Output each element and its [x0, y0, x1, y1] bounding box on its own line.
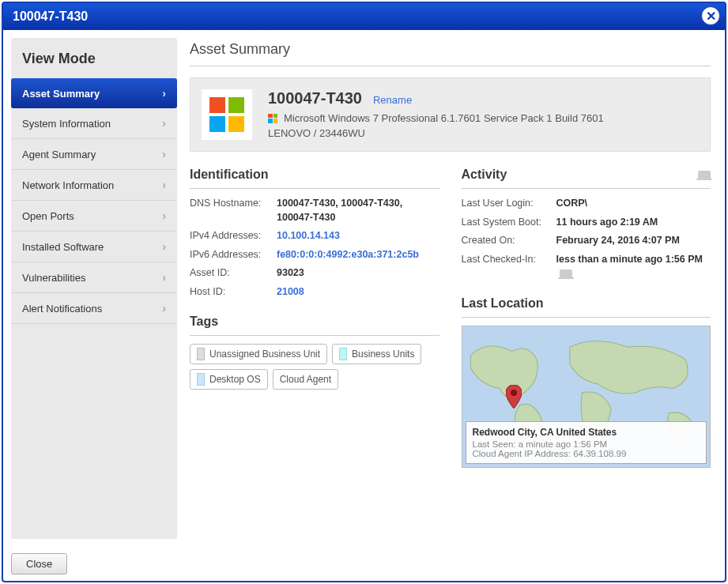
- ipv4-label: IPv4 Addresses:: [190, 229, 277, 243]
- ipv6-label: IPv6 Addresses:: [190, 248, 277, 262]
- checked-in-text: less than a minute ago 1:56 PM: [556, 254, 703, 265]
- os-logo: [202, 89, 252, 140]
- asset-name: 100047-T430: [268, 89, 362, 107]
- title-bar: 100047-T430 ✕: [3, 3, 725, 30]
- rename-link[interactable]: Rename: [373, 94, 412, 106]
- sidebar-item-agent-summary[interactable]: Agent Summary›: [11, 139, 177, 170]
- chevron-right-icon: ›: [162, 148, 166, 160]
- map-pin-icon: [506, 385, 522, 411]
- laptop-icon: [560, 269, 572, 277]
- sidebar-item-system-information[interactable]: System Information›: [11, 108, 177, 139]
- ipv6-value[interactable]: fe80:0:0:0:4992:e30a:371:2c5b: [277, 248, 419, 262]
- tag-desktop-os[interactable]: Desktop OS: [190, 369, 268, 390]
- last-boot-value: 11 hours ago 2:19 AM: [556, 216, 658, 230]
- tag-label: Business Units: [352, 349, 414, 360]
- sidebar-item-label: Installed Software: [22, 241, 104, 253]
- tag-swatch-icon: [197, 373, 205, 386]
- sidebar-item-open-ports[interactable]: Open Ports›: [11, 201, 177, 232]
- sidebar-item-label: Vulnerabilities: [22, 272, 85, 284]
- last-location-section: Last Location: [462, 296, 711, 468]
- chevron-right-icon: ›: [162, 271, 166, 284]
- dns-hostname-value: 100047-T430, 100047-T430, 100047-T430: [277, 197, 439, 224]
- tag-label: Desktop OS: [209, 374, 261, 385]
- page-title: Asset Summary: [190, 41, 711, 66]
- tag-swatch-icon: [197, 348, 205, 360]
- asset-header-details: 100047-T430 Rename Microsoft Windows 7 P…: [268, 89, 699, 139]
- activity-title-text: Activity: [462, 168, 507, 182]
- sidebar-item-label: System Information: [22, 118, 111, 130]
- sidebar-item-label: Agent Summary: [22, 149, 96, 160]
- asset-header: 100047-T430 Rename Microsoft Windows 7 P…: [190, 77, 711, 152]
- os-name: Microsoft Windows 7 Professional 6.1.760…: [284, 112, 604, 124]
- sidebar-item-alert-notifications[interactable]: Alert Notifications›: [11, 293, 177, 324]
- dialog-body: View Mode Asset Summary› System Informat…: [3, 30, 725, 547]
- tag-unassigned-business-unit[interactable]: Unassigned Business Unit: [190, 344, 327, 364]
- tags-section: Tags Unassigned Business Unit Business U…: [190, 315, 439, 390]
- chevron-right-icon: ›: [162, 87, 166, 100]
- host-id-value[interactable]: 21008: [277, 285, 304, 300]
- chevron-right-icon: ›: [162, 240, 166, 253]
- dns-hostname-label: DNS Hostname:: [190, 197, 277, 224]
- windows-icon: [268, 114, 277, 123]
- last-boot-label: Last System Boot:: [462, 216, 556, 230]
- last-login-label: Last User Login:: [462, 197, 556, 211]
- ipv4-value[interactable]: 10.100.14.143: [277, 229, 340, 243]
- sidebar-title: View Mode: [11, 46, 177, 78]
- map-location-name: Redwood City, CA United States: [473, 427, 700, 438]
- last-location-title: Last Location: [462, 296, 711, 318]
- dialog-footer: Close: [3, 547, 725, 581]
- chevron-right-icon: ›: [162, 117, 166, 130]
- tag-swatch-icon: [339, 348, 347, 360]
- asset-id-value: 93023: [277, 266, 304, 281]
- sidebar-item-network-information[interactable]: Network Information›: [11, 170, 177, 201]
- title-bar-text: 100047-T430: [13, 9, 88, 23]
- tag-list: Unassigned Business Unit Business Units …: [190, 344, 439, 390]
- close-button[interactable]: Close: [11, 553, 67, 575]
- map-tooltip: Redwood City, CA United States Last Seen…: [466, 421, 707, 464]
- sidebar-item-label: Network Information: [22, 179, 114, 191]
- checked-in-value: less than a minute ago 1:56 PM: [556, 253, 711, 281]
- tag-business-units[interactable]: Business Units: [332, 344, 421, 364]
- laptop-icon: [698, 171, 711, 179]
- sidebar: View Mode Asset Summary› System Informat…: [11, 38, 177, 539]
- chevron-right-icon: ›: [162, 302, 166, 315]
- tags-title: Tags: [190, 315, 439, 336]
- details-columns: Identification DNS Hostname:100047-T430,…: [190, 168, 711, 468]
- chevron-right-icon: ›: [162, 209, 166, 222]
- sidebar-item-label: Asset Summary: [22, 88, 100, 100]
- map-ip: Cloud Agent IP Address: 64.39.108.99: [473, 449, 700, 458]
- sidebar-item-installed-software[interactable]: Installed Software›: [11, 232, 177, 262]
- created-on-label: Created On:: [462, 234, 556, 248]
- sidebar-item-asset-summary[interactable]: Asset Summary›: [11, 78, 177, 108]
- identification-column: Identification DNS Hostname:100047-T430,…: [190, 168, 439, 468]
- windows-icon: [209, 97, 244, 132]
- checked-in-label: Last Checked-In:: [462, 253, 556, 281]
- created-on-value: February 24, 2016 4:07 PM: [556, 234, 680, 248]
- map-last-seen: Last Seen: a minute ago 1:56 PM: [473, 439, 700, 449]
- close-icon[interactable]: ✕: [701, 6, 720, 25]
- activity-title: Activity: [462, 168, 711, 189]
- asset-id-label: Asset ID:: [190, 266, 277, 281]
- sidebar-item-label: Alert Notifications: [22, 303, 102, 315]
- svg-point-1: [511, 390, 517, 396]
- tag-cloud-agent[interactable]: Cloud Agent: [273, 369, 338, 390]
- tag-label: Unassigned Business Unit: [209, 349, 320, 360]
- main-content: Asset Summary 100047-T430 Rename Microso…: [187, 38, 717, 539]
- dialog: 100047-T430 ✕ View Mode Asset Summary› S…: [2, 2, 726, 582]
- sidebar-item-vulnerabilities[interactable]: Vulnerabilities›: [11, 262, 177, 293]
- identification-title: Identification: [190, 168, 439, 189]
- sidebar-item-label: Open Ports: [22, 210, 74, 222]
- tag-label: Cloud Agent: [280, 374, 331, 385]
- host-id-label: Host ID:: [190, 285, 277, 300]
- chevron-right-icon: ›: [162, 179, 166, 191]
- map[interactable]: Redwood City, CA United States Last Seen…: [462, 326, 711, 468]
- hardware-model: LENOVO / 23446WU: [268, 127, 699, 139]
- activity-column: Activity Last User Login:CORP\ Last Syst…: [462, 168, 711, 468]
- last-login-value: CORP\: [556, 197, 588, 211]
